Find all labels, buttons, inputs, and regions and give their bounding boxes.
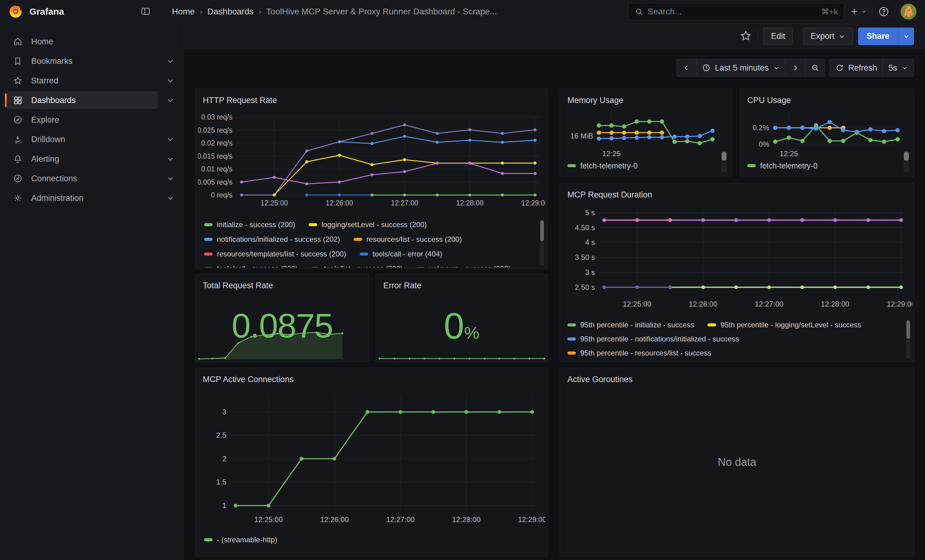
chevron-right-icon <box>791 64 800 72</box>
star-dashboard-button[interactable] <box>738 29 753 44</box>
panel-title[interactable]: Total Request Rate <box>196 274 369 290</box>
svg-text:0.005 req/s: 0.005 req/s <box>198 178 232 186</box>
brand-name: Grafana <box>29 6 64 17</box>
edit-button[interactable]: Edit <box>763 27 793 45</box>
export-button[interactable]: Export <box>803 27 853 45</box>
sidebar-item-starred[interactable]: Starred <box>0 71 183 90</box>
time-shift-forward-button[interactable] <box>785 59 805 77</box>
svg-text:4 s: 4 s <box>585 238 595 246</box>
svg-text:0.01 req/s: 0.01 req/s <box>201 165 232 173</box>
sidebar-toggle-icon[interactable] <box>140 6 152 18</box>
sidebar-item-explore[interactable]: Explore <box>0 110 183 130</box>
chevron-down-icon <box>838 33 845 40</box>
sidebar-item-bookmarks[interactable]: Bookmarks <box>0 51 183 71</box>
sidebar-item-home[interactable]: Home <box>0 32 183 51</box>
time-shift-back-button[interactable] <box>676 59 696 77</box>
header-actions: ⌘+k <box>628 3 925 20</box>
svg-text:4.50 s: 4.50 s <box>575 224 595 232</box>
chevron-down-icon[interactable] <box>166 194 175 203</box>
active-indicator <box>5 93 7 107</box>
svg-text:12:27:00: 12:27:00 <box>391 199 419 207</box>
chevron-down-icon[interactable] <box>166 77 175 85</box>
panel-title[interactable]: HTTP Request Rate <box>196 89 547 105</box>
legend-item[interactable]: resources/templates/list - success (200) <box>204 250 346 258</box>
breadcrumb-current-dashboard: ToolHive MCP Server & Proxy Runner Dashb… <box>266 7 497 17</box>
legend-item[interactable]: logging/setLevel - success (200) <box>309 221 427 229</box>
legend-item[interactable]: notifications/initialized - success (202… <box>204 235 340 244</box>
mcp-active-connections-chart[interactable]: 11.522.5312:25:0012:26:0012:27:0012:28:0… <box>198 386 545 528</box>
http-request-rate-chart[interactable]: 0 req/s0.005 req/s0.01 req/s0.015 req/s0… <box>198 106 545 210</box>
user-avatar[interactable] <box>901 4 916 20</box>
breadcrumb-dashboards[interactable]: Dashboards <box>207 7 253 17</box>
share-dropdown-button[interactable] <box>898 27 914 45</box>
chevron-down-icon <box>773 65 780 71</box>
sidebar-navigation: Home Bookmarks Starred Dashboards Explor… <box>0 24 184 560</box>
plus-icon <box>850 7 859 16</box>
drilldown-icon <box>13 135 23 144</box>
sidebar-item-alerting[interactable]: Alerting <box>0 149 183 169</box>
dashboard-toolbar: Edit Export Share <box>184 24 925 49</box>
legend-scrollbar[interactable] <box>721 151 727 173</box>
legend-scrollbar[interactable] <box>904 151 909 173</box>
memory-usage-chart[interactable]: 16 MiB12:25 <box>562 103 730 158</box>
sidebar-item-drilldown[interactable]: Drilldown <box>0 130 183 149</box>
time-controls: Last 5 minutes Refresh 5s <box>676 59 914 78</box>
svg-text:12:27:00: 12:27:00 <box>755 300 783 308</box>
svg-text:2: 2 <box>222 455 226 463</box>
svg-text:0.025 req/s: 0.025 req/s <box>198 126 232 134</box>
compass-icon <box>13 115 23 125</box>
svg-text:0%: 0% <box>759 140 769 148</box>
legend-item[interactable]: fetch-telemetry-0 <box>747 161 818 170</box>
zoom-out-time-button[interactable] <box>805 59 825 77</box>
refresh-interval-picker[interactable]: 5s <box>883 59 914 77</box>
legend-item[interactable]: unknown - success (200) <box>416 264 511 267</box>
sidebar-item-connections[interactable]: Connections <box>0 169 183 188</box>
legend-item[interactable]: fetch-telemetry-0 <box>567 161 638 170</box>
chevron-down-icon[interactable] <box>166 155 175 163</box>
share-button[interactable]: Share <box>858 27 898 45</box>
legend-item[interactable]: 95th percentile - initialize - success <box>567 321 694 329</box>
panel-title[interactable]: Error Rate <box>376 274 547 290</box>
search-input[interactable] <box>648 7 817 17</box>
chevron-down-icon[interactable] <box>166 174 175 183</box>
grafana-logo-icon[interactable] <box>9 5 23 19</box>
panel-mcp-active-connections: MCP Active Connections 11.522.5312:25:00… <box>195 368 548 557</box>
cpu-usage-chart[interactable]: 0.2%0%12:25 <box>743 103 912 158</box>
breadcrumb-home[interactable]: Home <box>172 7 195 17</box>
legend-item[interactable]: 95th percentile - notifications/initiali… <box>567 335 739 343</box>
chevron-down-icon[interactable] <box>166 96 175 105</box>
panel-memory-usage: Memory Usage 16 MiB12:25 fetch-telemetry… <box>560 89 732 177</box>
mcp-request-duration-chart[interactable]: 2.50 s3 s3.50 s4 s4.50 s5 s12:25:0012:26… <box>562 201 912 312</box>
legend-item[interactable]: initialize - success (200) <box>204 221 295 229</box>
help-button[interactable] <box>878 6 889 17</box>
sidebar-item-administration[interactable]: Administration <box>0 188 183 208</box>
divider <box>895 6 895 18</box>
panel-title[interactable]: MCP Request Duration <box>560 183 914 200</box>
chevron-down-icon[interactable] <box>166 135 175 144</box>
search-box[interactable]: ⌘+k <box>628 3 844 20</box>
legend-scrollbar[interactable] <box>540 220 544 266</box>
svg-text:12:29:00: 12:29:00 <box>521 199 545 207</box>
legend-item[interactable]: 95th percentile - logging/setLevel - suc… <box>708 321 861 329</box>
legend-scrollbar[interactable] <box>906 320 910 359</box>
legend-item[interactable]: tools/call - success (200) <box>204 264 298 267</box>
time-range-picker[interactable]: Last 5 minutes <box>696 59 785 77</box>
sidebar-item-dashboards[interactable]: Dashboards <box>0 90 183 110</box>
legend-item[interactable]: resources/list - success (200) <box>354 235 462 244</box>
chevron-down-icon[interactable] <box>166 57 175 65</box>
panel-title[interactable]: MCP Active Connections <box>196 368 547 384</box>
svg-text:3.50 s: 3.50 s <box>575 253 595 261</box>
legend-item[interactable]: tools/list - success (200) <box>311 264 402 267</box>
refresh-button[interactable]: Refresh <box>830 59 883 77</box>
panel-cpu-usage: CPU Usage 0.2%0%12:25 fetch-telemetry-0 <box>740 89 914 177</box>
brand: Grafana <box>0 5 159 19</box>
legend-item[interactable]: tools/call - error (404) <box>360 250 442 258</box>
add-new-button[interactable] <box>850 7 867 16</box>
svg-text:0 req/s: 0 req/s <box>211 191 232 199</box>
legend-item[interactable]: - (streamable-http) <box>204 536 277 544</box>
legend-item[interactable]: 95th percentile - resources/list - succe… <box>567 349 711 357</box>
svg-text:12:28:00: 12:28:00 <box>456 199 484 207</box>
breadcrumb-separator: › <box>259 7 261 17</box>
plug-icon <box>13 174 23 183</box>
panel-http-request-rate: HTTP Request Rate 0 req/s0.005 req/s0.01… <box>195 89 548 269</box>
